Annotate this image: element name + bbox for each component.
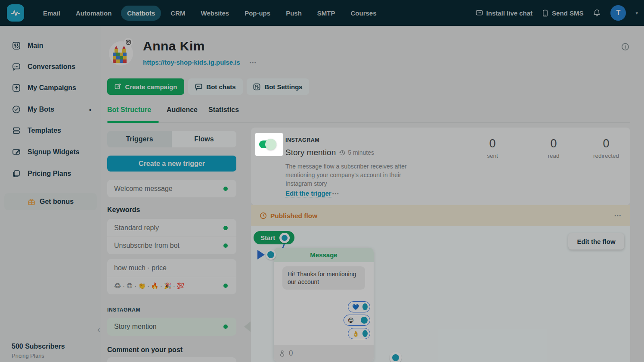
start-node-label: Start — [260, 234, 275, 241]
status-dot-active — [223, 226, 228, 230]
trigger-more-options-icon[interactable]: ••• — [332, 191, 340, 196]
tab-statistics[interactable]: Statistics — [208, 106, 239, 114]
stat-sent-label: sent — [475, 153, 510, 159]
sidebar-item-templates[interactable]: Templates — [0, 123, 101, 138]
message-node[interactable]: Message Hi! Thanks for mentioning our ac… — [274, 248, 374, 362]
node-subscriber-count: 0 — [289, 349, 293, 358]
nav-item-smtp[interactable]: SMTP — [311, 6, 341, 21]
stat-redirected: 0 redirected — [585, 137, 628, 159]
install-live-chat-label: Install live chat — [486, 9, 533, 17]
clock-history-icon — [339, 150, 346, 156]
tab-bot-structure[interactable]: Bot Structure — [107, 106, 151, 114]
nav-item-websites[interactable]: Websites — [195, 6, 235, 21]
bot-url-link[interactable]: https://toy-shop-kids.ig.pulse.is — [143, 59, 240, 66]
flow-canvas[interactable]: Start Message Hi! Thanks for mentioning … — [251, 226, 630, 362]
edit-the-trigger-link[interactable]: Edit the trigger — [285, 190, 331, 197]
create-campaign-button[interactable]: Create campaign — [107, 78, 184, 95]
templates-icon — [12, 126, 21, 135]
reply-output-port[interactable] — [361, 317, 368, 324]
trigger-row-price-keywords[interactable]: how much · price — [107, 259, 236, 277]
sidebar-item-label: Conversations — [28, 63, 75, 71]
get-bonus-button[interactable]: Get bonus — [4, 193, 97, 210]
sidebar-item-label: My Bots — [28, 106, 54, 113]
bot-settings-label: Bot Settings — [264, 83, 302, 90]
message-output-port[interactable] — [390, 352, 402, 362]
collapse-triangle-icon[interactable]: ◂ — [88, 107, 91, 112]
status-dot-active — [223, 325, 228, 329]
trigger-label: 😂 · 😍 · 👏 · 🔥 · 🎉 · 💯 — [114, 282, 184, 289]
active-tab-underline — [107, 121, 159, 123]
gift-icon — [28, 198, 35, 206]
ok-hand-emoji: 👌 — [352, 331, 359, 337]
sidebar-item-conversations[interactable]: Conversations — [0, 59, 101, 75]
app-logo[interactable] — [7, 4, 24, 22]
sidebar-item-label: Pricing Plans — [28, 170, 71, 178]
sidebar-item-my-campaigns[interactable]: My Campaigns — [0, 80, 101, 96]
status-dot-active — [223, 187, 228, 191]
install-live-chat-button[interactable]: Install live chat — [476, 9, 533, 17]
instagram-section-label: INSTAGRAM — [107, 307, 140, 313]
message-input-port[interactable] — [266, 250, 276, 260]
nav-item-chatbots[interactable]: Chatbots — [121, 6, 161, 21]
sidebar-collapse-chevron-icon[interactable]: ‹ — [97, 325, 100, 334]
stat-redirected-label: redirected — [585, 153, 628, 159]
partial-trigger-row — [107, 357, 236, 362]
nav-item-courses[interactable]: Courses — [344, 6, 382, 21]
quick-reply-smile[interactable]: 😊 — [344, 315, 370, 326]
pricing-plans-link[interactable]: Pricing Plans — [12, 353, 44, 359]
segment-flows[interactable]: Flows — [172, 131, 236, 147]
quick-reply-ok-hand[interactable]: 👌 — [348, 328, 370, 339]
segment-triggers[interactable]: Triggers — [107, 131, 172, 147]
message-node-footer: 0 — [274, 345, 374, 362]
message-text-bubble: Hi! Thanks for mentioning our account — [282, 266, 365, 290]
user-avatar[interactable]: T — [610, 5, 626, 21]
tabs-divider — [107, 122, 630, 123]
avatar-caret-down-icon[interactable]: ▾ — [635, 10, 638, 16]
trigger-row-emoji-keywords[interactable]: 😂 · 😍 · 👏 · 🔥 · 🎉 · 💯 — [107, 277, 236, 294]
sidebar-item-main[interactable]: Main — [0, 38, 101, 53]
start-output-port[interactable] — [279, 233, 290, 243]
published-flow-label: Published flow — [270, 212, 317, 220]
trigger-row-unsubscribe[interactable]: Unsubscribe from bot — [107, 237, 236, 254]
detail-title-row: Story mention 5 minutes — [285, 148, 374, 157]
bot-chats-button[interactable]: Bot chats — [188, 78, 243, 95]
nav-item-push[interactable]: Push — [280, 6, 308, 21]
phone-icon — [542, 9, 548, 17]
trigger-row-welcome-message[interactable]: Welcome message — [107, 180, 236, 197]
nav-item-email[interactable]: Email — [37, 6, 66, 21]
sidebar-item-label: Main — [28, 42, 43, 50]
reply-output-port[interactable] — [362, 303, 368, 310]
url-more-options-icon[interactable]: ••• — [250, 60, 257, 65]
stat-redirected-value: 0 — [585, 137, 628, 150]
nav-item-crm[interactable]: CRM — [164, 6, 191, 21]
toggle-knob[interactable] — [265, 139, 276, 150]
bot-name-title: Anna Kim — [143, 39, 205, 53]
campaign-pencil-icon — [115, 83, 121, 90]
keywords-card-2: how much · price 😂 · 😍 · 👏 · 🔥 · 🎉 · 💯 — [107, 259, 236, 294]
sidebar-item-pricing-plans[interactable]: Pricing Plans — [0, 166, 101, 181]
trigger-row-story-mention[interactable]: Story mention — [107, 318, 236, 336]
flow-more-options-icon[interactable]: ••• — [614, 213, 622, 218]
notifications-bell-icon[interactable] — [593, 9, 601, 17]
nav-item-popups[interactable]: Pop-ups — [238, 6, 276, 21]
quick-reply-heart[interactable]: 💙 — [348, 301, 370, 312]
bot-chats-icon — [195, 83, 202, 90]
send-sms-button[interactable]: Send SMS — [542, 9, 583, 17]
start-node[interactable]: Start — [254, 231, 294, 244]
comment-on-post-header: Comment on your post — [107, 346, 183, 354]
nav-item-automation[interactable]: Automation — [70, 6, 118, 21]
stat-read: 0 read — [536, 137, 571, 159]
toggle-spotlight — [255, 133, 283, 156]
status-dot-active — [223, 284, 228, 288]
edit-the-flow-button[interactable]: Edit the flow — [568, 233, 624, 250]
sidebar-item-signup-widgets[interactable]: Signup Widgets — [0, 144, 101, 160]
detail-timer-value: 5 minutes — [348, 149, 374, 156]
reply-output-port[interactable] — [362, 330, 368, 337]
create-new-trigger-button[interactable]: Create a new trigger — [107, 156, 236, 172]
sidebar-item-my-bots[interactable]: My Bots ◂ — [0, 102, 101, 117]
tab-audience[interactable]: Audience — [167, 106, 198, 114]
trigger-row-standard-reply[interactable]: Standard reply — [107, 219, 236, 237]
top-nav: Email Automation Chatbots CRM Websites P… — [0, 0, 644, 26]
bot-settings-button[interactable]: Bot Settings — [247, 78, 309, 95]
info-icon[interactable] — [621, 43, 629, 51]
